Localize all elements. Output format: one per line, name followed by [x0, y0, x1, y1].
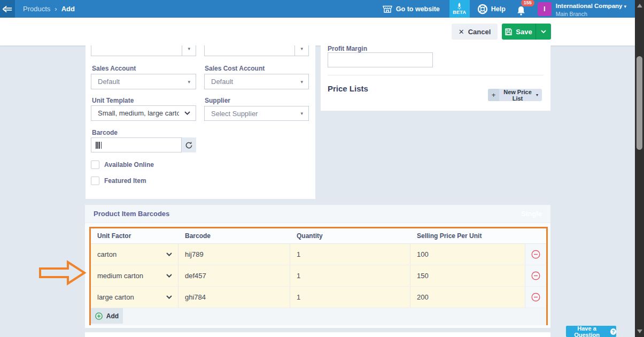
generate-barcode-button[interactable]: [182, 137, 196, 152]
cancel-label: Cancel: [468, 28, 491, 36]
topbar: Products › Add Go to website: [0, 0, 635, 18]
remove-row-button[interactable]: [525, 244, 546, 265]
save-button[interactable]: Save: [502, 24, 536, 40]
help-button[interactable]: Help: [477, 4, 506, 14]
featured-item-checkbox[interactable]: [91, 177, 99, 185]
save-options-button[interactable]: [536, 24, 551, 40]
available-online-checkbox[interactable]: [91, 160, 99, 169]
unit-template-select[interactable]: Small, medium, large carton: [91, 105, 196, 121]
rocket-icon: [456, 3, 462, 10]
unit-template-value: Small, medium, large carton: [91, 109, 179, 117]
barcode-cell-input[interactable]: def457: [179, 265, 290, 286]
storefront-icon: [383, 5, 392, 13]
clipped-select-right[interactable]: ▾: [204, 45, 309, 56]
price-lists-title: Price Lists: [328, 84, 368, 93]
unit-factor-value: large carton: [97, 293, 134, 301]
product-details-card: ▾ ▾ Sales Account Default ▾ Sales Cost A…: [86, 45, 315, 199]
clipped-select-left[interactable]: ▾: [91, 45, 196, 56]
quantity-cell-input[interactable]: 1: [290, 244, 410, 265]
bell-icon: [516, 6, 526, 16]
chevron-down-icon: [166, 295, 172, 299]
add-row-button[interactable]: Add: [91, 308, 123, 324]
have-a-question-label: Have a Question: [566, 325, 608, 337]
barcode-input[interactable]: [91, 137, 182, 152]
column-header-actions: [525, 228, 546, 243]
plus-icon: +: [488, 89, 499, 101]
barcode-field-group: [91, 137, 196, 152]
sales-account-select[interactable]: Default ▾: [91, 74, 196, 89]
back-arrow-icon: [2, 5, 13, 13]
selling-price-cell-input[interactable]: 100: [410, 244, 525, 265]
sales-account-value: Default: [91, 78, 182, 86]
help-label: Help: [491, 5, 506, 13]
go-to-website-label: Go to website: [396, 5, 440, 13]
chevron-down-icon: [179, 111, 196, 115]
remove-row-button[interactable]: [525, 287, 546, 308]
company-name: International Company: [556, 3, 623, 9]
account-menu[interactable]: I International Company▾ Main Branch: [538, 0, 626, 18]
dropdown-arrow-icon: ▾: [295, 46, 308, 51]
selling-price-cell-input[interactable]: 200: [410, 287, 525, 308]
minus-circle-icon: [531, 271, 540, 280]
barcode-label: Barcode: [92, 129, 118, 136]
column-header-quantity: Quantity: [290, 228, 410, 243]
page-scrollbar[interactable]: [635, 0, 644, 337]
quantity-cell-input[interactable]: 1: [290, 287, 410, 308]
column-header-unit-factor: Unit Factor: [91, 228, 179, 243]
profit-margin-input[interactable]: [328, 52, 433, 67]
chevron-down-icon: [166, 252, 172, 256]
new-price-list-button[interactable]: + New Price List ▾: [488, 89, 542, 101]
cancel-button[interactable]: ✕ Cancel: [452, 24, 498, 40]
back-button[interactable]: [0, 0, 15, 18]
refresh-icon: [185, 142, 192, 149]
product-item-barcodes-card: Product Item Barcodes Single Unit Factor…: [85, 205, 550, 328]
quantity-cell-input[interactable]: 1: [290, 265, 410, 286]
selling-price-cell-input[interactable]: 150: [410, 265, 525, 286]
scrollbar-down-arrow[interactable]: [637, 330, 642, 333]
save-disk-icon: [505, 28, 512, 35]
branch-name: Main Branch: [556, 11, 626, 18]
unit-factor-select[interactable]: large carton: [91, 287, 179, 308]
remove-row-button[interactable]: [525, 265, 546, 286]
breadcrumb-separator: ›: [55, 5, 57, 13]
dropdown-arrow-icon: ▾: [536, 93, 542, 97]
table-row: carton hij789 1 100: [91, 244, 546, 265]
sales-cost-account-label: Sales Cost Account: [205, 65, 265, 72]
plus-circle-icon: [95, 312, 103, 320]
unit-factor-select[interactable]: carton: [91, 244, 179, 265]
new-price-list-label: New Price List: [499, 89, 536, 102]
breadcrumb-add: Add: [61, 5, 75, 13]
pricing-card: Profit Margin Price Lists + New Price Li…: [321, 45, 550, 111]
scrollbar-up-arrow[interactable]: [637, 4, 642, 7]
barcodes-table-header: Unit Factor Barcode Quantity Selling Pri…: [91, 228, 546, 244]
product-item-barcodes-header: Product Item Barcodes Single: [85, 205, 550, 223]
supplier-select[interactable]: Select Supplier ▾: [204, 106, 309, 121]
barcode-cell-input[interactable]: ghi784: [179, 287, 290, 308]
table-row: medium carton def457 1 150: [91, 265, 546, 287]
account-labels: International Company▾ Main Branch: [556, 0, 626, 18]
save-button-group: Save: [502, 24, 551, 40]
beta-badge[interactable]: BETA: [449, 0, 470, 18]
barcode-cell-input[interactable]: hij789: [179, 244, 290, 265]
notifications-button[interactable]: 155: [516, 2, 526, 16]
supplier-label: Supplier: [205, 97, 230, 104]
topbar-right: Go to website BETA: [383, 0, 635, 18]
column-header-barcode: Barcode: [179, 228, 290, 243]
featured-item-label: Featured Item: [104, 177, 146, 185]
barcodes-table-highlight-box: Unit Factor Barcode Quantity Selling Pri…: [89, 227, 548, 325]
company-avatar: I: [538, 2, 552, 16]
minus-circle-icon: [531, 250, 540, 259]
go-to-website-button[interactable]: Go to website: [383, 5, 440, 13]
scrollbar-thumb[interactable]: [637, 56, 642, 150]
add-label: Add: [106, 312, 119, 320]
unit-factor-value: carton: [97, 250, 117, 258]
mode-toggle-single[interactable]: Single: [521, 210, 542, 218]
dropdown-arrow-icon: ▾: [182, 46, 196, 51]
dropdown-arrow-icon: ▾: [295, 79, 308, 85]
annotation-arrow-icon: [38, 260, 87, 286]
sales-cost-account-select[interactable]: Default ▾: [204, 74, 309, 89]
have-a-question-button[interactable]: Have a Question ?: [566, 326, 616, 337]
profit-margin-label: Profit Margin: [328, 45, 367, 52]
unit-factor-select[interactable]: medium carton: [91, 265, 179, 286]
breadcrumb-products[interactable]: Products: [23, 5, 50, 13]
